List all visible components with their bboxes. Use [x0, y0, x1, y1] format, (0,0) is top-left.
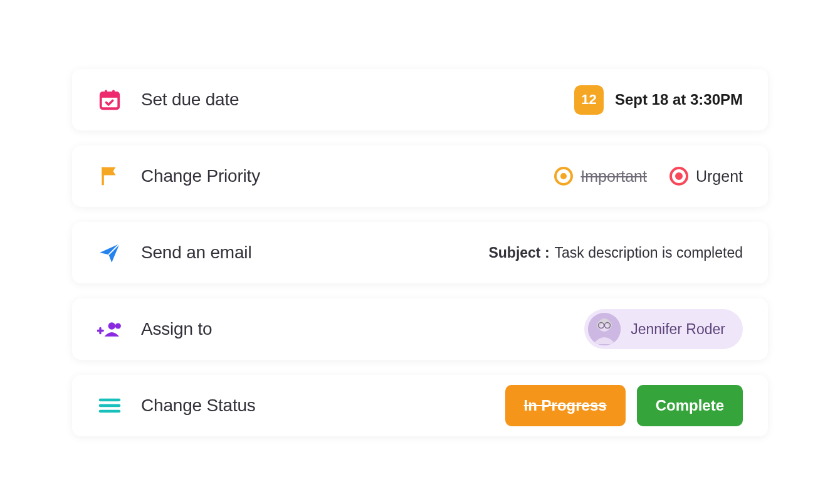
menu-lines-icon: [97, 393, 122, 418]
add-users-icon: [97, 317, 122, 342]
avatar: [588, 313, 621, 345]
change-priority-row[interactable]: Change Priority Important Urgent: [72, 145, 768, 207]
svg-point-5: [108, 322, 116, 330]
row-title: Set due date: [141, 90, 239, 110]
priority-options: Important Urgent: [543, 167, 743, 186]
subject-label: Subject :: [488, 244, 549, 261]
set-due-date-row[interactable]: Set due date 12 Sept 18 at 3:30PM: [72, 69, 768, 130]
svg-rect-3: [112, 90, 115, 95]
row-title: Assign to: [141, 319, 212, 339]
row-left: Send an email: [97, 240, 251, 265]
email-subject: Subject : Task description is completed: [488, 244, 743, 261]
row-left: Change Priority: [97, 164, 260, 189]
send-email-row[interactable]: Send an email Subject : Task description…: [72, 222, 768, 283]
status-button-in-progress[interactable]: In Progress: [505, 385, 626, 426]
calendar-check-icon: [97, 87, 122, 112]
send-icon: [97, 240, 122, 265]
row-left: Change Status: [97, 393, 256, 418]
svg-point-6: [115, 323, 121, 328]
due-date-value[interactable]: 12 Sept 18 at 3:30PM: [574, 85, 743, 115]
status-buttons: In Progress Complete: [505, 385, 743, 426]
radio-icon: [554, 167, 573, 186]
svg-rect-1: [101, 93, 119, 98]
row-left: Assign to: [97, 317, 212, 342]
assignee-name: Jennifer Roder: [631, 321, 725, 338]
priority-option-urgent[interactable]: Urgent: [669, 167, 743, 186]
status-button-complete[interactable]: Complete: [637, 385, 743, 426]
assign-to-row[interactable]: Assign to Jennifer Roder: [72, 298, 768, 360]
row-title: Change Priority: [141, 166, 260, 186]
priority-label: Urgent: [696, 167, 743, 186]
change-status-row[interactable]: Change Status In Progress Complete: [72, 375, 768, 436]
task-actions-panel: Set due date 12 Sept 18 at 3:30PM Change…: [0, 0, 840, 436]
row-title: Send an email: [141, 243, 251, 263]
svg-rect-2: [105, 90, 107, 95]
svg-rect-4: [102, 167, 103, 186]
priority-label: Important: [580, 167, 647, 186]
assignee-chip[interactable]: Jennifer Roder: [584, 309, 743, 349]
row-title: Change Status: [141, 396, 256, 416]
row-left: Set due date: [97, 87, 239, 112]
subject-text: Task description is completed: [555, 244, 743, 261]
due-date-text: Sept 18 at 3:30PM: [615, 91, 743, 108]
priority-option-important[interactable]: Important: [554, 167, 647, 186]
date-badge: 12: [574, 85, 604, 115]
radio-icon: [669, 167, 688, 186]
flag-icon: [97, 164, 122, 189]
assignee-value[interactable]: Jennifer Roder: [584, 309, 743, 349]
